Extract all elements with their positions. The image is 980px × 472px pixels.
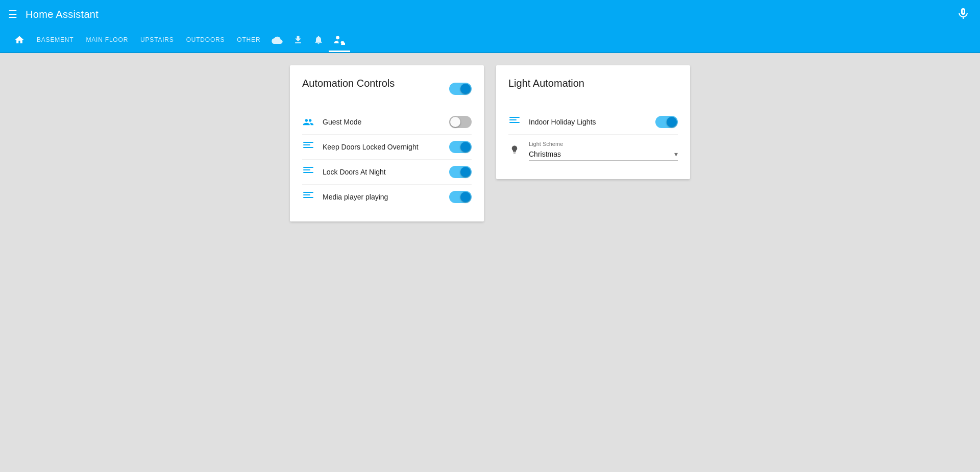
nav-download-icon[interactable]: [288, 28, 308, 52]
nav-main-floor[interactable]: MAIN FLOOR: [80, 28, 134, 52]
nav-home[interactable]: [8, 28, 31, 52]
light-scheme-label: Light Scheme: [529, 141, 678, 147]
lock-doors-night-toggle[interactable]: [449, 166, 472, 178]
svg-rect-8: [303, 172, 313, 173]
menu-lines-icon-2: [302, 167, 314, 178]
svg-point-2: [341, 42, 344, 44]
svg-rect-12: [509, 117, 520, 118]
lightbulb-icon: [508, 144, 521, 158]
guest-mode-toggle[interactable]: [449, 116, 472, 128]
guest-mode-thumb: [450, 117, 460, 127]
lock-doors-night-label: Lock Doors At Night: [323, 168, 449, 176]
app-title: Home Assistant: [26, 9, 99, 20]
guest-mode-label: Guest Mode: [323, 118, 449, 126]
nav-outdoors[interactable]: OUTDOORS: [180, 28, 231, 52]
navbar: BASEMENT MAIN FLOOR UPSTAIRS OUTDOORS OT…: [0, 29, 980, 53]
light-automation-card: Light Automation Indoor Holiday Lights: [496, 65, 690, 179]
light-automation-title: Light Automation: [508, 78, 584, 89]
light-scheme-item: Light Scheme Christmas Halloween Default…: [508, 135, 678, 167]
automation-master-toggle[interactable]: [449, 83, 472, 95]
people-icon: [302, 116, 314, 128]
keep-doors-locked-toggle[interactable]: [449, 141, 472, 153]
indoor-holiday-thumb: [667, 117, 677, 127]
automation-master-thumb: [460, 84, 471, 94]
svg-rect-11: [303, 197, 313, 198]
main-content: Automation Controls Guest Mode: [0, 53, 980, 234]
menu-lines-icon-3: [302, 192, 314, 203]
nav-other[interactable]: OTHER: [231, 28, 266, 52]
automation-controls-header: Automation Controls: [302, 78, 472, 100]
topbar: ☰ Home Assistant: [0, 0, 980, 29]
nav-upstairs[interactable]: UPSTAIRS: [134, 28, 180, 52]
nav-basement[interactable]: BASEMENT: [31, 28, 80, 52]
svg-point-0: [336, 36, 340, 39]
lock-doors-night-thumb: [460, 167, 471, 177]
svg-rect-5: [303, 147, 313, 148]
light-scheme-select-wrapper: Christmas Halloween Default Custom: [529, 148, 678, 161]
indoor-holiday-item: Indoor Holiday Lights: [508, 110, 678, 135]
keep-doors-locked-thumb: [460, 142, 471, 152]
menu-icon[interactable]: ☰: [8, 8, 17, 20]
indoor-holiday-toggle[interactable]: [655, 116, 678, 128]
svg-rect-3: [303, 142, 313, 143]
light-scheme-details: Light Scheme Christmas Halloween Default…: [529, 141, 678, 161]
media-playing-label: Media player playing: [323, 193, 449, 201]
light-automation-header: Light Automation: [508, 78, 678, 100]
svg-rect-13: [509, 119, 517, 120]
svg-rect-6: [303, 167, 313, 168]
nav-person-cloud-icon[interactable]: [329, 28, 350, 52]
automation-controls-title: Automation Controls: [302, 78, 395, 89]
indoor-holiday-label: Indoor Holiday Lights: [529, 118, 655, 126]
svg-rect-7: [303, 169, 310, 170]
lock-doors-night-item: Lock Doors At Night: [302, 160, 472, 185]
nav-cloud-icon[interactable]: [266, 28, 288, 52]
keep-doors-locked-label: Keep Doors Locked Overnight: [323, 143, 449, 151]
svg-rect-9: [303, 192, 313, 193]
light-scheme-select[interactable]: Christmas Halloween Default Custom: [529, 148, 678, 161]
menu-lines-icon-4: [508, 117, 521, 128]
svg-rect-4: [303, 144, 310, 145]
svg-rect-14: [509, 122, 520, 123]
media-playing-thumb: [460, 192, 471, 202]
menu-lines-icon-1: [302, 142, 314, 153]
media-playing-toggle[interactable]: [449, 191, 472, 203]
mic-icon[interactable]: [959, 8, 968, 21]
svg-rect-10: [303, 194, 310, 195]
keep-doors-locked-item: Keep Doors Locked Overnight: [302, 135, 472, 160]
automation-controls-card: Automation Controls Guest Mode: [290, 65, 484, 221]
guest-mode-item: Guest Mode: [302, 110, 472, 135]
media-playing-item: Media player playing: [302, 185, 472, 209]
nav-bell-icon[interactable]: [308, 28, 329, 52]
